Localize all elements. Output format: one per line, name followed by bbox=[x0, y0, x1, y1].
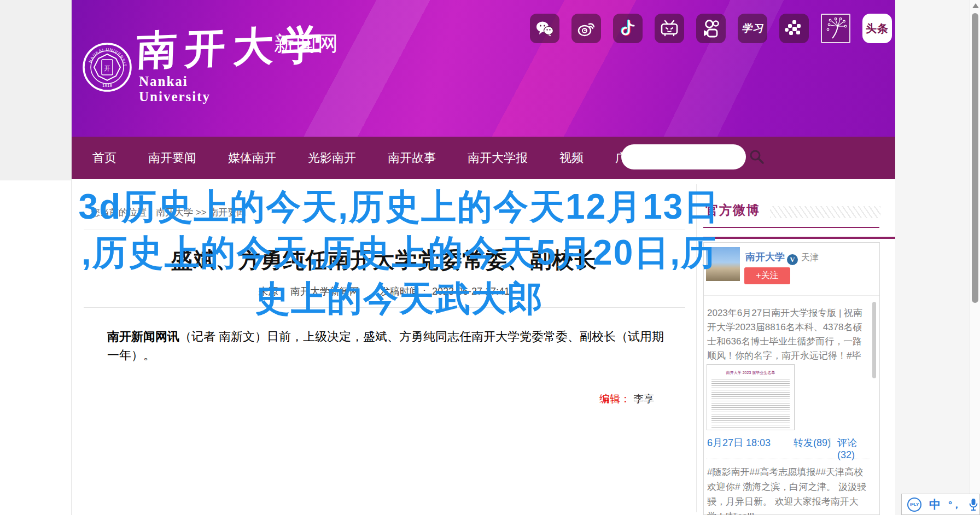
divider bbox=[703, 227, 879, 228]
article-meta: 来源： 南开大学新闻网 发稿时间： 2023-06-27 17:41 bbox=[72, 285, 696, 298]
weibo-account-name[interactable]: 南开大学 bbox=[745, 251, 785, 262]
verified-badge-icon: V bbox=[787, 254, 798, 265]
divider bbox=[84, 230, 685, 230]
diamond-dots-icon[interactable] bbox=[779, 14, 809, 43]
microphone-icon[interactable] bbox=[969, 498, 978, 511]
search-icon[interactable] bbox=[748, 148, 766, 166]
breadcrumb[interactable]: 您当前的位置：南开大学 >> 南开要闻 bbox=[91, 206, 246, 219]
kuaishou-icon[interactable] bbox=[696, 14, 726, 43]
source-value: 南开大学新闻网 bbox=[290, 286, 359, 297]
university-seal-icon: NANKAI UNIVERSITY 开 1919 bbox=[82, 42, 132, 92]
svg-text:NANKAI UNIVERSITY: NANKAI UNIVERSITY bbox=[82, 42, 127, 67]
widget-scrollbar[interactable] bbox=[872, 302, 876, 378]
dandelion-icon[interactable] bbox=[821, 14, 850, 43]
follow-button[interactable]: +关注 bbox=[744, 267, 790, 284]
article-title: 盛斌、方勇纯任南开大学党委常委、副校长 bbox=[72, 245, 696, 275]
stripes-decoration bbox=[770, 206, 880, 218]
newspaper-columns bbox=[711, 377, 790, 428]
social-icons-row: 学习 bbox=[530, 14, 892, 43]
weibo-post-image[interactable]: 南开大学 2023 届毕业生名单 bbox=[707, 364, 795, 430]
article-main-column: 您当前的位置：南开大学 >> 南开要闻 盛斌、方勇纯任南开大学党委常委、副校长 … bbox=[72, 179, 696, 515]
nav-item-video[interactable]: 视频 bbox=[559, 150, 584, 166]
time-label: 发稿时间： bbox=[380, 286, 429, 297]
editor-line: 编辑： 李享 bbox=[599, 392, 654, 406]
nav-item-photo[interactable]: 光影南开 bbox=[308, 150, 356, 166]
university-name-english: Nankai University bbox=[139, 74, 211, 104]
comment-link[interactable]: 评论(32) bbox=[837, 436, 871, 461]
article-body-text: （记者 南新文）日前，上级决定，盛斌、方勇纯同志任南开大学党委常委、副校长（试用… bbox=[107, 330, 664, 362]
bilibili-icon[interactable] bbox=[655, 14, 684, 43]
nav-item-media[interactable]: 媒体南开 bbox=[228, 150, 276, 166]
site-header: NANKAI UNIVERSITY 开 1919 南开大学 Nankai Uni… bbox=[72, 0, 895, 137]
xuexi-label: 学习 bbox=[742, 21, 763, 36]
column-divider bbox=[696, 184, 697, 512]
divider bbox=[703, 237, 896, 239]
scrollbar-up-arrow-icon[interactable] bbox=[972, 3, 979, 8]
newspaper-caption: 南开大学 2023 届毕业生名单 bbox=[711, 370, 790, 376]
post-date-link[interactable]: 6月27日 18:03 bbox=[707, 436, 771, 449]
search-box[interactable] bbox=[621, 144, 746, 169]
nav-item-newspaper[interactable]: 南开大学报 bbox=[468, 150, 528, 166]
dotted-divider bbox=[706, 459, 870, 459]
search-input[interactable] bbox=[621, 144, 748, 169]
toutiao-icon[interactable]: 头条 bbox=[862, 14, 892, 43]
seal-center-text: 开 bbox=[104, 65, 110, 72]
svg-text:1919: 1919 bbox=[102, 83, 112, 88]
sidebar-official-weibo: 官方微博 南开大学V天津 +关注 2023年6月27日南开大学报专版 | 祝南开… bbox=[703, 179, 896, 515]
ime-punctuation-toggle[interactable]: °， bbox=[948, 498, 961, 511]
weibo-avatar[interactable] bbox=[706, 247, 740, 281]
news-site-title: 新闻网 bbox=[274, 30, 340, 57]
time-value: 2023-06-27 17:41 bbox=[432, 286, 510, 297]
webpage: NANKAI UNIVERSITY 开 1919 南开大学 Nankai Uni… bbox=[71, 0, 895, 515]
editor-label: 编辑： bbox=[599, 393, 631, 405]
divider bbox=[704, 295, 879, 296]
toutiao-label: 头条 bbox=[866, 21, 889, 36]
scrollbar-thumb[interactable] bbox=[972, 13, 978, 303]
weibo-icon[interactable] bbox=[571, 14, 601, 43]
browser-scrollbar[interactable] bbox=[970, 0, 980, 515]
article-body-lead: 南开新闻网讯 bbox=[107, 330, 179, 343]
sidebar-title: 官方微博 bbox=[705, 202, 760, 219]
weibo-location: 天津 bbox=[801, 253, 819, 262]
repost-link[interactable]: 转发(89) bbox=[794, 436, 831, 449]
weibo-post-text[interactable]: #随影南开##高考志愿填报##天津高校欢迎你# 渤海之滨，白河之津。 汲汲骎骎，… bbox=[707, 465, 868, 515]
ifly-logo-icon[interactable]: iFLY bbox=[907, 498, 921, 512]
editor-name: 李享 bbox=[633, 393, 654, 405]
article-body: 南开新闻网讯（记者 南新文）日前，上级决定，盛斌、方勇纯同志任南开大学党委常委、… bbox=[107, 327, 665, 365]
separator: | bbox=[829, 436, 831, 448]
xuexi-icon[interactable]: 学习 bbox=[738, 14, 767, 43]
wechat-icon[interactable] bbox=[530, 14, 559, 43]
main-navigation: 首页 南开要闻 媒体南开 光影南开 南开故事 南开大学报 视频 广播 bbox=[72, 137, 895, 179]
divider bbox=[84, 307, 685, 308]
douyin-icon[interactable] bbox=[613, 14, 643, 43]
nav-item-home[interactable]: 首页 bbox=[92, 150, 116, 166]
browser-left-gutter bbox=[0, 0, 71, 180]
browser-right-gutter bbox=[895, 0, 980, 515]
nav-item-news[interactable]: 南开要闻 bbox=[148, 150, 196, 166]
ime-language-toggle[interactable]: 中 bbox=[929, 497, 941, 512]
source-label: 来源： bbox=[258, 286, 288, 297]
nav-item-stories[interactable]: 南开故事 bbox=[388, 150, 436, 166]
weibo-account-row: 南开大学V天津 bbox=[745, 250, 819, 265]
ime-toolbar[interactable]: iFLY 中 °， bbox=[901, 494, 980, 515]
weibo-widget: 南开大学V天津 +关注 2023年6月27日南开大学报专版 | 祝南开大学202… bbox=[703, 242, 880, 515]
